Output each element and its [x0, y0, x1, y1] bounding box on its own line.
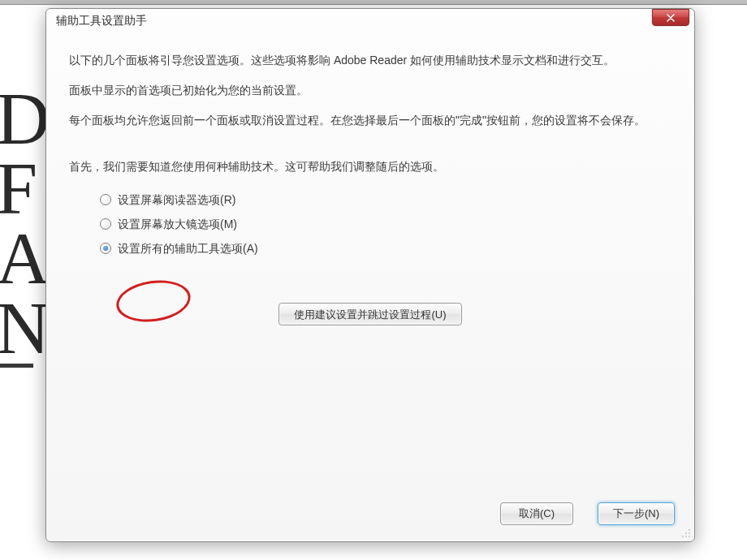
radio-icon[interactable] [100, 194, 111, 205]
dialog-footer: 取消(C) 下一步(N) [46, 502, 694, 541]
intro-paragraph-1: 以下的几个面板将引导您设置选项。这些选项将影响 Adobe Reader 如何使… [69, 51, 671, 70]
radio-icon[interactable] [100, 218, 111, 230]
dialog-titlebar[interactable]: 辅助工具设置助手 [46, 9, 694, 33]
svg-point-5 [689, 536, 690, 537]
next-button[interactable]: 下一步(N) [598, 502, 675, 525]
close-icon [666, 14, 676, 22]
bg-separator [0, 364, 33, 368]
bg-letter: N [0, 291, 50, 365]
radio-icon[interactable] [100, 243, 111, 254]
background-topbar [0, 0, 747, 5]
bg-letter: F [0, 151, 50, 226]
radio-option-all-tools[interactable]: 设置所有的辅助工具选项(A) [100, 236, 671, 261]
svg-point-1 [685, 532, 687, 534]
accessibility-setup-dialog: 辅助工具设置助手 以下的几个面板将引导您设置选项。这些选项将影响 Adobe R… [45, 8, 695, 542]
radio-group-assistive-tech: 设置屏幕阅读器选项(R) 设置屏幕放大镜选项(M) 设置所有的辅助工具选项(A) [69, 187, 671, 261]
svg-point-4 [685, 536, 687, 537]
bg-letter: D [0, 81, 50, 156]
radio-option-screen-magnifier[interactable]: 设置屏幕放大镜选项(M) [100, 212, 671, 236]
use-suggested-settings-button[interactable]: 使用建议设置并跳过设置过程(U) [279, 303, 461, 325]
suggested-settings-row: 使用建议设置并跳过设置过程(U) [69, 303, 671, 325]
cancel-button[interactable]: 取消(C) [500, 502, 573, 525]
svg-point-2 [689, 532, 690, 534]
radio-label: 设置屏幕放大镜选项(M) [118, 215, 237, 234]
close-button[interactable] [652, 9, 689, 26]
intro-paragraph-3: 每个面板均允许您返回前一个面板或取消设置过程。在您选择最后一个面板的"完成"按钮… [69, 111, 671, 130]
background-document-text: D F A N [0, 81, 50, 368]
bg-letter: A [0, 221, 50, 295]
svg-point-0 [689, 529, 690, 531]
radio-label: 设置所有的辅助工具选项(A) [118, 239, 258, 258]
dialog-title: 辅助工具设置助手 [56, 14, 147, 27]
intro-paragraph-2: 面板中显示的首选项已初始化为您的当前设置。 [69, 81, 671, 100]
lead-paragraph: 首先，我们需要知道您使用何种辅助技术。这可帮助我们调整随后的选项。 [69, 157, 671, 176]
svg-point-3 [682, 536, 684, 537]
radio-option-screen-reader[interactable]: 设置屏幕阅读器选项(R) [100, 187, 671, 212]
radio-label: 设置屏幕阅读器选项(R) [118, 191, 235, 209]
dialog-content: 以下的几个面板将引导您设置选项。这些选项将影响 Adobe Reader 如何使… [46, 33, 694, 502]
resize-grip-icon[interactable] [680, 527, 691, 538]
